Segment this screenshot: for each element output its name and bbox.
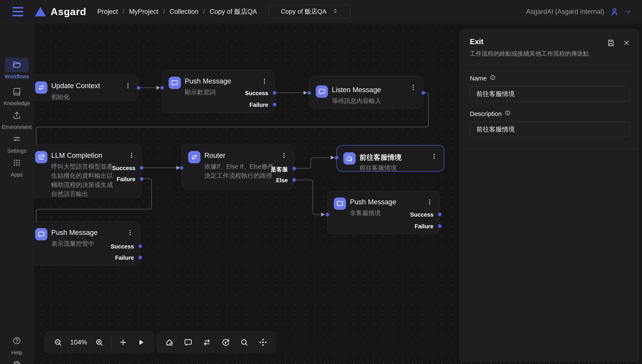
panel-title: Exit bbox=[470, 38, 629, 46]
connection-port[interactable] bbox=[292, 178, 296, 182]
sidebar-item-settings[interactable]: Settings bbox=[0, 132, 34, 154]
palette-swap-icon[interactable] bbox=[199, 334, 215, 350]
connection-port[interactable] bbox=[140, 177, 144, 181]
toolbar-divider bbox=[111, 336, 111, 349]
sidebar-item-environment[interactable]: Environment bbox=[0, 108, 34, 130]
edge-router-else-to-push bbox=[294, 180, 323, 214]
breadcrumb-item-project[interactable]: Project bbox=[97, 8, 118, 16]
sidebar-item-workspace[interactable]: Workspace bbox=[0, 358, 34, 364]
chat-node-icon bbox=[316, 85, 328, 98]
panel-divider bbox=[460, 149, 639, 149]
sidebar-item-help[interactable]: Help bbox=[0, 334, 34, 356]
connection-port[interactable] bbox=[422, 91, 425, 95]
node-llm-completion[interactable]: LLM Completion 呼叫大型語言模型並產生結構化的資料輸出以輔助流程的… bbox=[34, 144, 142, 198]
node-menu-kebab-icon[interactable] bbox=[279, 150, 289, 161]
connection-port[interactable] bbox=[335, 156, 339, 160]
connection-port[interactable] bbox=[137, 86, 140, 90]
node-palette-toolbar bbox=[156, 331, 276, 354]
save-icon[interactable] bbox=[607, 39, 614, 47]
name-field-label: Name bbox=[470, 75, 487, 82]
node-subtitle: 初始化 bbox=[51, 92, 70, 102]
node-menu-kebab-icon[interactable] bbox=[125, 227, 135, 238]
node-listen-message[interactable]: Listen Message 等待訊息內容輸入 bbox=[309, 76, 423, 108]
edge-arrow-icon bbox=[331, 156, 335, 160]
sidebar-item-label: Workflows bbox=[5, 74, 29, 80]
palette-chat-icon[interactable] bbox=[180, 334, 196, 350]
node-title: Push Message bbox=[185, 77, 231, 85]
node-router[interactable]: Router 依據If、Else If、Else條件決定工作流程執行的路徑 是客… bbox=[182, 144, 294, 190]
connection-port[interactable] bbox=[273, 91, 276, 95]
connection-port[interactable] bbox=[307, 91, 311, 95]
connection-port[interactable] bbox=[326, 213, 329, 216]
output-port-label: Success bbox=[111, 243, 134, 250]
sidebar-item-knowledge[interactable]: Knowledge bbox=[0, 84, 34, 106]
palette-search-icon[interactable] bbox=[236, 334, 252, 350]
connection-port[interactable] bbox=[138, 244, 142, 248]
workflow-select-value: Copy of 飯店QA bbox=[281, 7, 327, 16]
help-icon bbox=[12, 336, 21, 346]
zoom-in-icon[interactable] bbox=[91, 334, 108, 350]
top-bar: Asgard Project/MyProject/Collection/Copy… bbox=[0, 0, 642, 23]
palette-llm-icon[interactable] bbox=[217, 334, 234, 350]
edge-router-yes-to-exit bbox=[294, 158, 333, 168]
output-port-label: Failure bbox=[249, 102, 268, 108]
node-menu-kebab-icon[interactable] bbox=[127, 150, 136, 161]
node-push-message-throttle[interactable]: Push Message 表示流量控管中 SuccessFailure bbox=[34, 222, 140, 266]
name-input[interactable] bbox=[470, 86, 629, 102]
connection-port[interactable] bbox=[438, 212, 442, 216]
info-icon[interactable] bbox=[490, 74, 496, 82]
node-menu-kebab-icon[interactable] bbox=[425, 197, 434, 207]
swap-node-icon bbox=[188, 151, 200, 163]
connection-port[interactable] bbox=[438, 224, 442, 228]
asgard-logo: Asgard bbox=[35, 6, 86, 18]
add-node-plus-icon[interactable] bbox=[115, 334, 131, 350]
sidebar-item-label: Environment bbox=[2, 124, 32, 130]
output-port-label: Success bbox=[245, 90, 268, 97]
zoom-out-icon[interactable] bbox=[50, 334, 66, 350]
node-menu-kebab-icon[interactable] bbox=[260, 76, 269, 86]
node-push-message-welcome[interactable]: Push Message 顯示歡迎詞 SuccessFailure bbox=[162, 70, 274, 113]
sidebar-item-label: Settings bbox=[7, 148, 26, 154]
breadcrumb-item-copy-of-qa[interactable]: Copy of 飯店QA bbox=[210, 7, 257, 16]
palette-move-icon[interactable] bbox=[255, 334, 271, 350]
sidebar-item-apps[interactable]: Apps bbox=[0, 156, 34, 178]
breadcrumb-item-collection[interactable]: Collection bbox=[169, 8, 198, 16]
run-workflow-play-icon[interactable] bbox=[133, 334, 149, 350]
node-subtitle: 表示流量控管中 bbox=[51, 239, 94, 248]
exit-node-icon bbox=[343, 152, 356, 164]
node-exit-customer-service[interactable]: 前往客服情境 前往客服情境 bbox=[337, 145, 444, 172]
node-title: 前往客服情境 bbox=[360, 153, 402, 162]
account-chevron-down-icon[interactable] bbox=[624, 8, 632, 16]
sidebar-item-workflows[interactable]: Workflows bbox=[0, 58, 34, 80]
breadcrumb-item-myproject[interactable]: MyProject bbox=[129, 8, 158, 16]
close-icon[interactable] bbox=[623, 39, 630, 47]
node-title: Listen Message bbox=[332, 86, 381, 94]
description-input[interactable] bbox=[470, 122, 629, 137]
output-port-label: Success bbox=[112, 165, 135, 172]
connection-port[interactable] bbox=[292, 167, 296, 170]
node-menu-kebab-icon[interactable] bbox=[409, 82, 418, 92]
connection-port[interactable] bbox=[138, 256, 142, 259]
sliders-icon bbox=[12, 134, 21, 144]
connection-port[interactable] bbox=[160, 86, 164, 90]
chat-node-icon bbox=[35, 228, 47, 240]
node-menu-kebab-icon[interactable] bbox=[123, 80, 133, 91]
workflow-select[interactable]: Copy of 飯店QA bbox=[269, 5, 350, 19]
node-update-context[interactable]: Update Context 初始化 bbox=[34, 75, 138, 101]
upload-icon bbox=[12, 111, 21, 120]
info-icon[interactable] bbox=[505, 110, 511, 118]
panel-subtitle: 工作流程的終點或接續其他工作流程的傳送點 bbox=[470, 50, 629, 58]
chevron-updown-icon bbox=[332, 8, 339, 16]
connection-port[interactable] bbox=[140, 166, 144, 170]
sidebar-item-label: Apps bbox=[11, 172, 23, 178]
output-port-label: Else bbox=[276, 177, 288, 184]
node-menu-kebab-icon[interactable] bbox=[429, 151, 439, 162]
user-icon[interactable] bbox=[610, 7, 619, 16]
connection-port[interactable] bbox=[273, 103, 276, 106]
node-subtitle: 非客服情境 bbox=[350, 208, 381, 218]
zoom-toolbar: 104% bbox=[44, 331, 155, 354]
node-push-message-non-cs[interactable]: Push Message 非客服情境 SuccessFailure bbox=[327, 191, 440, 234]
palette-exit-icon[interactable] bbox=[161, 334, 178, 350]
connection-port[interactable] bbox=[180, 166, 183, 170]
menu-icon[interactable] bbox=[12, 7, 23, 16]
